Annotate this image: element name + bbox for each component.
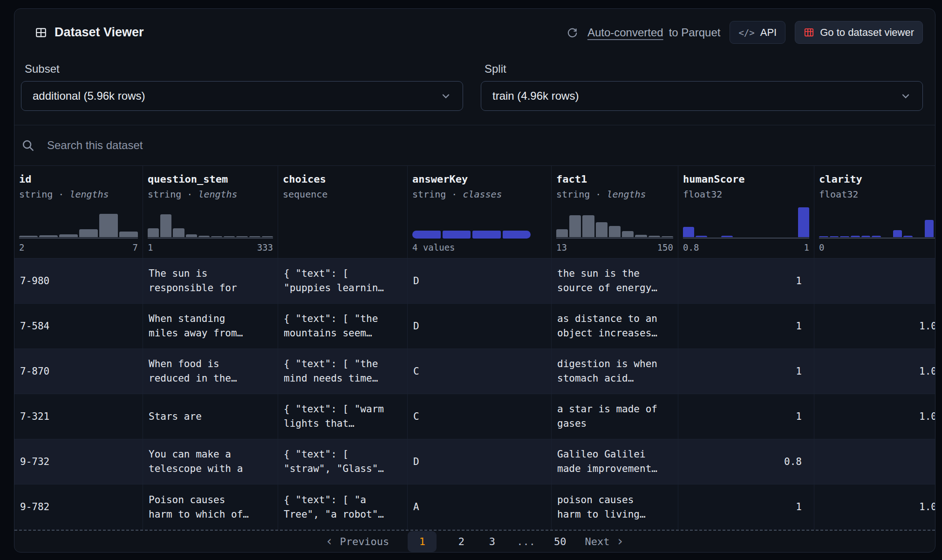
cell-question_stem[interactable]: You can make a telescope with a <box>143 439 278 484</box>
histogram-bar[interactable] <box>262 207 273 237</box>
cell-answerKey[interactable]: D <box>408 259 552 303</box>
histogram-bar[interactable] <box>148 207 159 237</box>
cell-answerKey[interactable]: D <box>408 304 552 348</box>
histogram-bar[interactable] <box>759 207 771 237</box>
split-select[interactable]: train (4.96k rows) <box>481 81 923 111</box>
cell-fact1[interactable]: Galileo Galilei made improvement… <box>552 439 678 484</box>
class-segment[interactable] <box>503 231 531 239</box>
cell-humanScore[interactable]: 0.8 <box>678 439 814 484</box>
cell-clarity[interactable]: 1.0 <box>814 304 935 348</box>
cell-id[interactable]: 7-980 <box>14 259 143 303</box>
cell-question_stem[interactable]: Poison causes harm to which of… <box>143 485 278 530</box>
histogram-bar[interactable] <box>648 207 660 237</box>
page-number-1[interactable]: 1 <box>408 531 437 552</box>
histogram-bar[interactable] <box>903 207 913 237</box>
histogram-bar[interactable] <box>596 207 608 237</box>
histogram-bar[interactable] <box>79 207 98 237</box>
histogram-bar[interactable] <box>851 207 860 237</box>
cell-clarity[interactable] <box>814 439 935 484</box>
goto-dataset-viewer-button[interactable]: Go to dataset viewer <box>795 21 923 44</box>
histogram-bar[interactable] <box>119 207 138 237</box>
cell-choices[interactable]: { "text": [ "straw", "Glass"… <box>278 439 408 484</box>
cell-choices[interactable]: { "text": [ "the mind needs time… <box>278 349 408 394</box>
histogram-bar[interactable] <box>830 207 839 237</box>
histogram-bar[interactable] <box>160 207 171 237</box>
cell-clarity[interactable]: 1.0 <box>814 394 935 439</box>
class-segment[interactable] <box>443 231 471 239</box>
histogram-bar[interactable] <box>882 207 892 237</box>
cell-id[interactable]: 7-584 <box>14 304 143 348</box>
histogram-bar[interactable] <box>173 207 184 237</box>
cell-fact1[interactable]: digestion is when stomach acid… <box>552 349 678 394</box>
cell-choices[interactable]: { "text": [ "puppies learnin… <box>278 259 408 303</box>
class-segment[interactable] <box>412 231 441 239</box>
histogram-bar[interactable] <box>840 207 849 237</box>
histogram-bar[interactable] <box>582 207 594 237</box>
page-number-2[interactable]: 2 <box>455 536 467 547</box>
histogram-bar[interactable] <box>211 207 222 237</box>
cell-clarity[interactable]: 1.0 <box>814 485 935 530</box>
cell-humanScore[interactable]: 1 <box>678 394 814 439</box>
histogram-bar[interactable] <box>772 207 784 237</box>
classes-bar[interactable] <box>412 231 531 239</box>
class-segment[interactable] <box>472 231 501 239</box>
histogram-bar[interactable] <box>819 207 828 237</box>
cell-answerKey[interactable]: A <box>408 485 552 530</box>
api-button[interactable]: </> API <box>730 21 785 44</box>
cell-clarity[interactable] <box>814 259 935 303</box>
histogram-bar[interactable] <box>734 207 745 237</box>
cell-question_stem[interactable]: Stars are <box>143 394 278 439</box>
cell-answerKey[interactable]: C <box>408 394 552 439</box>
histogram-bar[interactable] <box>696 207 707 237</box>
cell-choices[interactable]: { "text": [ "warm lights that… <box>278 394 408 439</box>
subset-select[interactable]: additional (5.96k rows) <box>21 81 463 111</box>
cell-fact1[interactable]: a star is made of gases <box>552 394 678 439</box>
histogram-bar[interactable] <box>785 207 796 237</box>
cell-fact1[interactable]: poison causes harm to living… <box>552 485 678 530</box>
cell-question_stem[interactable]: When food is reduced in the… <box>143 349 278 394</box>
histogram-bar[interactable] <box>683 207 694 237</box>
histogram-bar[interactable] <box>556 207 568 237</box>
cell-humanScore[interactable]: 1 <box>678 259 814 303</box>
cell-humanScore[interactable]: 1 <box>678 485 814 530</box>
page-number-50[interactable]: 50 <box>554 536 567 547</box>
histogram-bar[interactable] <box>872 207 881 237</box>
histogram-bar[interactable] <box>721 207 732 237</box>
cell-question_stem[interactable]: When standing miles away from… <box>143 304 278 348</box>
cell-humanScore[interactable]: 1 <box>678 349 814 394</box>
cell-id[interactable]: 7-321 <box>14 394 143 439</box>
cell-id[interactable]: 9-732 <box>14 439 143 484</box>
cell-choices[interactable]: { "text": [ "a Tree", "a robot"… <box>278 485 408 530</box>
histogram-bar[interactable] <box>39 207 58 237</box>
histogram-bar[interactable] <box>99 207 118 237</box>
histogram-bar[interactable] <box>569 207 581 237</box>
histogram-bar[interactable] <box>635 207 647 237</box>
histogram-bar[interactable] <box>19 207 38 237</box>
histogram-bar[interactable] <box>236 207 247 237</box>
cell-fact1[interactable]: the sun is the source of energy… <box>552 259 678 303</box>
histogram-bar[interactable] <box>914 207 923 237</box>
histogram-bar[interactable] <box>224 207 235 237</box>
cell-humanScore[interactable]: 1 <box>678 304 814 348</box>
search-input[interactable] <box>46 138 935 152</box>
histogram-bar[interactable] <box>186 207 197 237</box>
histogram-bar[interactable] <box>747 207 758 237</box>
histogram-bar[interactable] <box>198 207 210 237</box>
cell-id[interactable]: 7-870 <box>14 349 143 394</box>
cell-fact1[interactable]: as distance to an object increases… <box>552 304 678 348</box>
histogram-bar[interactable] <box>662 207 673 237</box>
cell-answerKey[interactable]: C <box>408 349 552 394</box>
histogram-bar[interactable] <box>861 207 871 237</box>
histogram-bar[interactable] <box>609 207 621 237</box>
cell-clarity[interactable]: 1.0 <box>814 349 935 394</box>
cell-id[interactable]: 9-782 <box>14 485 143 530</box>
histogram-bar[interactable] <box>249 207 260 237</box>
next-page-button[interactable]: Next › <box>585 535 624 548</box>
cell-choices[interactable]: { "text": [ "the mountains seem… <box>278 304 408 348</box>
histogram-bar[interactable] <box>798 207 809 237</box>
histogram-bar[interactable] <box>622 207 634 237</box>
cell-answerKey[interactable]: D <box>408 439 552 484</box>
histogram-bar[interactable] <box>709 207 720 237</box>
histogram-bar[interactable] <box>893 207 902 237</box>
histogram-bar[interactable] <box>59 207 78 237</box>
